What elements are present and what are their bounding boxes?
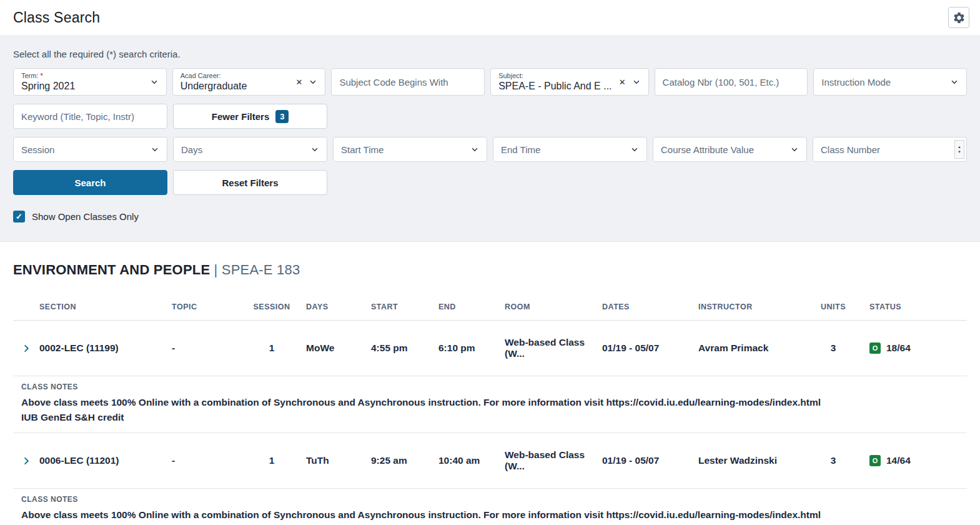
class-row[interactable]: 0002-LEC (11199) - 1 MoWe 4:55 pm 6:10 p…	[13, 321, 967, 376]
cell-section: 0002-LEC (11199)	[39, 342, 172, 354]
start-time-placeholder: Start Time	[341, 144, 450, 155]
spinner-down-icon[interactable]: ▼	[958, 149, 961, 154]
cell-topic: -	[172, 342, 237, 354]
search-filters-panel: Select all the required (*) search crite…	[0, 35, 980, 242]
instruction-mode-placeholder: Instruction Mode	[821, 77, 930, 88]
expand-row-button[interactable]	[13, 344, 39, 353]
cell-end: 10:40 am	[438, 455, 505, 466]
days-select[interactable]: Days	[173, 137, 327, 162]
cell-dates: 01/19 - 05/07	[602, 342, 698, 354]
cell-units: 3	[806, 342, 861, 354]
cell-session: 1	[237, 342, 306, 354]
status-count: 14/64	[886, 455, 911, 466]
fewer-filters-button[interactable]: Fewer Filters 3	[173, 104, 327, 129]
cell-instructor: Avram Primack	[698, 342, 806, 354]
filter-row-2: Fewer Filters 3	[13, 104, 967, 129]
results-table: SECTION TOPIC SESSION DAYS START END ROO…	[13, 293, 967, 525]
course-attribute-select[interactable]: Course Attribute Value	[653, 137, 807, 162]
end-time-placeholder: End Time	[501, 144, 610, 155]
search-button-label: Search	[74, 178, 106, 188]
subject-code-input[interactable]	[331, 68, 485, 96]
page-title: Class Search	[13, 9, 100, 26]
filter-count-badge: 3	[275, 110, 289, 123]
subject-value: SPEA-E - Public And E ...	[498, 80, 611, 92]
cell-room: Web-based Class (W...	[505, 449, 602, 472]
spinner-up-icon[interactable]: ▲	[958, 144, 961, 149]
show-open-classes-label: Show Open Classes Only	[32, 211, 139, 222]
start-time-select[interactable]: Start Time	[333, 137, 487, 162]
open-status-icon: O	[869, 342, 881, 354]
checkbox-checked[interactable]: ✓	[13, 211, 25, 222]
acad-career-value: Undergraduate	[181, 80, 289, 92]
cell-units: 3	[806, 455, 861, 466]
search-button[interactable]: Search	[13, 170, 167, 195]
col-start: START	[371, 302, 438, 311]
end-time-select[interactable]: End Time	[493, 137, 647, 162]
required-asterisk: *	[41, 72, 43, 79]
chevron-down-icon	[470, 145, 479, 154]
class-note-line: IUB GenEd S&H credit	[21, 410, 954, 425]
subject-select[interactable]: Subject: SPEA-E - Public And E ... ✕	[490, 68, 648, 96]
class-notes: CLASS NOTES Above class meets 100% Onlin…	[13, 376, 967, 433]
chevron-down-icon	[309, 78, 317, 86]
col-session: SESSION	[237, 302, 306, 311]
chevron-down-icon	[950, 78, 959, 86]
expand-row-button[interactable]	[13, 456, 39, 466]
cell-start: 9:25 am	[371, 455, 438, 466]
term-label-text: Term:	[21, 72, 39, 79]
class-notes: CLASS NOTES Above class meets 100% Onlin…	[13, 488, 967, 525]
check-icon: ✓	[16, 212, 22, 221]
cell-start: 4:55 pm	[371, 342, 438, 354]
col-end: END	[438, 302, 505, 311]
chevron-right-icon	[22, 344, 31, 353]
chevron-right-icon	[22, 456, 31, 466]
table-header-row: SECTION TOPIC SESSION DAYS START END ROO…	[13, 293, 967, 321]
col-topic: TOPIC	[172, 302, 237, 311]
instruction-mode-select[interactable]: Instruction Mode	[813, 68, 967, 96]
term-select[interactable]: Term:* Spring 2021	[13, 68, 167, 96]
class-note-line: IUB GenEd S&H credit	[21, 522, 954, 525]
filter-row-1: Term:* Spring 2021 Acad Career: Undergra…	[13, 68, 967, 96]
class-number-placeholder: Class Number	[821, 144, 930, 155]
filter-actions-row: Search Reset Filters	[13, 170, 967, 195]
cell-room: Web-based Class (W...	[505, 337, 602, 359]
reset-filters-label: Reset Filters	[222, 178, 278, 188]
clear-icon[interactable]: ✕	[619, 78, 626, 86]
settings-button[interactable]	[948, 7, 969, 28]
term-label: Term:*	[21, 72, 130, 80]
class-note-line: Above class meets 100% Online with a com…	[21, 395, 954, 410]
number-spinner[interactable]: ▲▼	[954, 140, 964, 159]
col-units: UNITS	[806, 302, 861, 311]
catalog-number-input[interactable]	[655, 68, 808, 96]
chevron-down-icon	[151, 145, 159, 154]
show-open-classes-toggle[interactable]: ✓ Show Open Classes Only	[13, 211, 139, 222]
acad-career-label: Acad Career:	[181, 72, 289, 80]
cell-days: MoWe	[306, 342, 371, 354]
filter-row-3: Session Days Start Time End Time Course …	[13, 137, 967, 162]
class-note-line: Above class meets 100% Online with a com…	[21, 508, 954, 522]
cell-topic: -	[172, 455, 237, 466]
acad-career-select[interactable]: Acad Career: Undergraduate ✕	[172, 68, 326, 96]
course-heading: ENVIRONMENT AND PEOPLE | SPEA-E 183	[13, 262, 967, 278]
fewer-filters-label: Fewer Filters	[212, 111, 270, 122]
class-row[interactable]: 0006-LEC (11201) - 1 TuTh 9:25 am 10:40 …	[13, 433, 967, 488]
col-status: STATUS	[861, 302, 967, 311]
gear-icon	[953, 11, 966, 24]
subject-label: Subject:	[498, 72, 611, 80]
results-section: ENVIRONMENT AND PEOPLE | SPEA-E 183 SECT…	[0, 262, 980, 525]
class-number-input[interactable]: Class Number ▲▼	[813, 137, 967, 162]
chevron-down-icon	[632, 78, 641, 86]
chevron-down-icon	[150, 78, 159, 86]
reset-filters-button[interactable]: Reset Filters	[173, 170, 327, 195]
cell-dates: 01/19 - 05/07	[602, 455, 698, 466]
cell-status: O 14/64	[861, 455, 967, 466]
session-select[interactable]: Session	[13, 137, 167, 162]
keyword-input[interactable]	[13, 104, 167, 129]
chevron-down-icon	[310, 145, 319, 154]
criteria-instruction: Select all the required (*) search crite…	[13, 49, 967, 59]
course-title: ENVIRONMENT AND PEOPLE	[13, 262, 210, 278]
term-value: Spring 2021	[21, 80, 130, 92]
clear-icon[interactable]: ✕	[296, 78, 303, 86]
open-status-icon: O	[869, 455, 881, 466]
col-days: DAYS	[306, 302, 371, 311]
